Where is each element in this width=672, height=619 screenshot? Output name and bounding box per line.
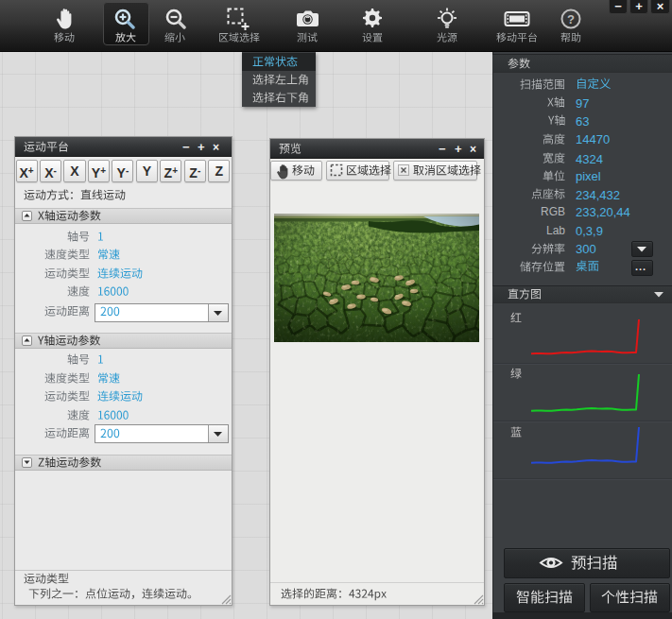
svg-text:?: ? <box>567 12 575 26</box>
